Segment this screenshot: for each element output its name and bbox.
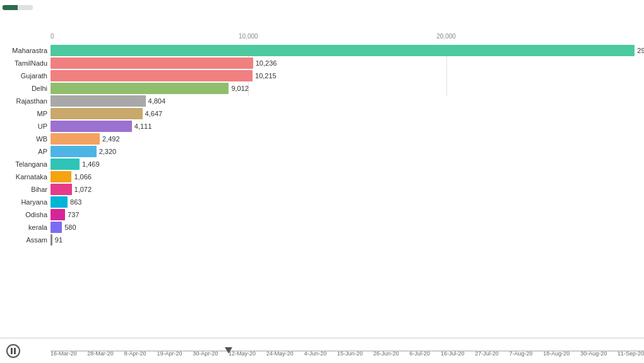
timeline-date: 4-Jun-20 xyxy=(304,350,327,357)
bar-value: 863 xyxy=(70,198,81,206)
timeline-dates-container: 16-Mar-2028-Mar-208-Apr-2019-Apr-2030-Ap… xyxy=(51,338,644,363)
bar-row: 1,469 xyxy=(51,158,644,170)
bar-row: 2,320 xyxy=(51,145,644,158)
bar-row: 10,215 xyxy=(51,69,644,82)
state-label: Assam xyxy=(0,234,51,246)
play-button[interactable] xyxy=(6,344,20,358)
bars-container: 29,53010,23610,2159,0124,8044,6474,1112,… xyxy=(51,44,644,338)
timeline-date: 15-Jun-20 xyxy=(337,350,363,357)
bar xyxy=(51,158,80,170)
bar-row: 1,072 xyxy=(51,183,644,196)
state-label: Haryana xyxy=(0,196,51,208)
state-label: Rajasthan xyxy=(0,95,51,107)
bar xyxy=(51,57,253,69)
bar-row: 863 xyxy=(51,196,644,208)
state-label: Maharastra xyxy=(0,44,51,57)
timeline-date: 26-Jun-20 xyxy=(373,350,399,357)
state-label: Karnataka xyxy=(0,170,51,183)
timeline-date: 28-Mar-20 xyxy=(87,350,114,357)
state-label: WB xyxy=(0,133,51,145)
bar xyxy=(51,45,635,56)
timeline-date: 12-May-20 xyxy=(229,350,256,357)
highest-button[interactable] xyxy=(3,5,18,10)
timeline-date: 8-Apr-20 xyxy=(124,350,146,357)
bar xyxy=(51,196,68,208)
bar-value: 29,530 xyxy=(637,47,644,54)
bar-value: 580 xyxy=(64,223,76,231)
toggle-buttons xyxy=(3,5,33,10)
bar xyxy=(51,83,229,94)
bar-row: 4,111 xyxy=(51,120,644,133)
timeline-date: 16-Jul-20 xyxy=(441,350,465,357)
bar-value: 9,012 xyxy=(231,85,249,92)
y-axis-container: MaharastraTamilNaduGujarathDelhiRajastha… xyxy=(0,44,51,338)
bar-value: 737 xyxy=(68,211,79,218)
bar-value: 1,066 xyxy=(74,173,92,181)
bar xyxy=(51,133,100,145)
state-label: MP xyxy=(0,107,51,120)
bar-value: 4,647 xyxy=(145,110,163,117)
bar xyxy=(51,234,52,246)
state-label: Bihar xyxy=(0,183,51,196)
timeline-date: 24-May-20 xyxy=(266,350,294,357)
bar-row: 1,066 xyxy=(51,170,644,183)
state-label: Odisha xyxy=(0,208,51,221)
bar-value: 10,236 xyxy=(256,59,277,67)
x-label: 0 xyxy=(51,33,54,40)
timeline-date: 7-Aug-20 xyxy=(510,350,533,357)
pause-icon xyxy=(11,348,16,354)
bar-value: 4,111 xyxy=(134,122,152,130)
bar xyxy=(51,222,62,233)
bar-row: 29,530 xyxy=(51,44,644,57)
bar-value: 91 xyxy=(55,236,63,244)
state-label: TamilNadu xyxy=(0,57,51,69)
bar xyxy=(51,108,143,119)
timeline-date: 30-Apr-20 xyxy=(193,350,218,357)
timeline-dates: 16-Mar-2028-Mar-208-Apr-2019-Apr-2030-Ap… xyxy=(51,345,644,357)
bar xyxy=(51,171,71,182)
x-label: 20,000 xyxy=(436,33,456,40)
bar-row: 91 xyxy=(51,234,644,246)
bar xyxy=(51,70,253,81)
state-label: UP xyxy=(0,120,51,133)
timeline-date: 27-Jul-20 xyxy=(475,350,499,357)
bar-row: 4,804 xyxy=(51,95,644,107)
bar-row: 4,647 xyxy=(51,107,644,120)
bar xyxy=(51,121,132,132)
bar-value: 2,320 xyxy=(99,148,117,155)
bar-value: 4,804 xyxy=(148,97,166,105)
x-label: 10,000 xyxy=(239,33,258,40)
state-label: kerala xyxy=(0,221,51,234)
bar-value: 1,469 xyxy=(82,160,100,168)
bar-value: 1,072 xyxy=(75,186,92,193)
bar xyxy=(51,146,97,157)
bar-row: 737 xyxy=(51,208,644,221)
bar-row: 2,492 xyxy=(51,133,644,145)
timeline-date: 30-Aug-20 xyxy=(580,350,607,357)
chart-area: 010,00020,000MaharastraTamilNaduGujarath… xyxy=(0,32,644,338)
bar xyxy=(51,184,72,195)
bar-row: 9,012 xyxy=(51,82,644,95)
state-label: Gujarath xyxy=(0,69,51,82)
timeline: 16-Mar-2028-Mar-208-Apr-2019-Apr-2030-Ap… xyxy=(0,338,644,363)
timeline-date: 11-Sep-20 xyxy=(617,350,644,357)
timeline-date: 6-Jul-20 xyxy=(410,350,431,357)
bar xyxy=(51,209,65,220)
state-label: Delhi xyxy=(0,82,51,95)
state-label: AP xyxy=(0,145,51,158)
timeline-date: 18-Aug-20 xyxy=(543,350,569,357)
lowest-button[interactable] xyxy=(18,5,33,10)
bar-row: 580 xyxy=(51,221,644,234)
bar-value: 2,492 xyxy=(102,135,120,143)
state-label: Telangana xyxy=(0,158,51,170)
timeline-date: 19-Apr-20 xyxy=(157,350,182,357)
bar-value: 10,215 xyxy=(255,72,277,80)
timeline-date: 16-Mar-20 xyxy=(51,350,77,357)
bar-row: 10,236 xyxy=(51,57,644,69)
bar xyxy=(51,95,146,107)
